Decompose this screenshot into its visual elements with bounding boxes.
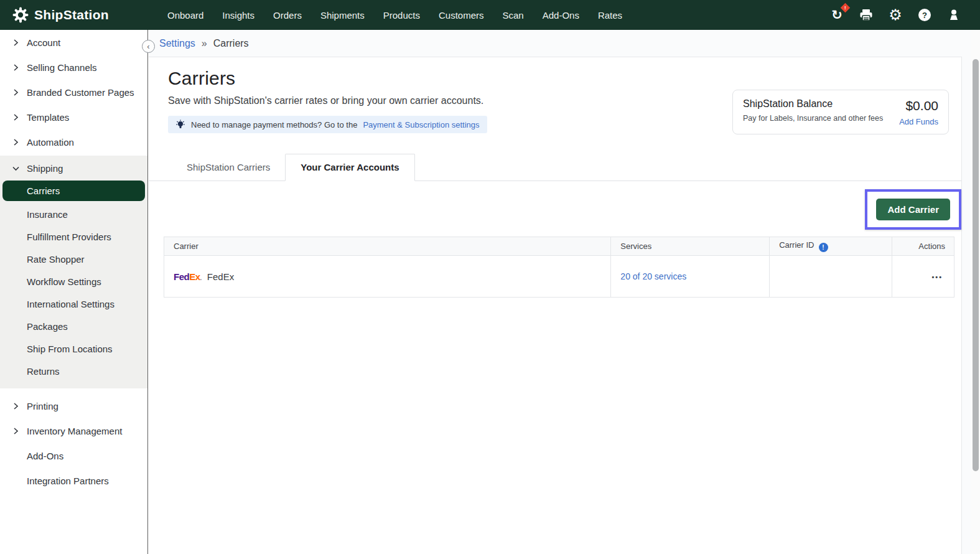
nav-item-shipments[interactable]: Shipments [319, 7, 366, 23]
tab-your-carrier-accounts[interactable]: Your Carrier Accounts [285, 154, 414, 181]
sidebar-item-fulfillment-providers[interactable]: Fulfillment Providers [0, 225, 147, 248]
sidebar-item-carriers[interactable]: Carriers [2, 181, 145, 201]
add-carrier-zone: Add Carrier [149, 181, 961, 237]
chevron-right-icon [12, 64, 19, 71]
services-link[interactable]: 20 of 20 services [620, 271, 686, 281]
nav-item-insights[interactable]: Insights [221, 7, 256, 23]
printer-icon[interactable] [859, 7, 874, 22]
shipstation-logo[interactable]: ShipStation [12, 7, 109, 23]
nav-item-customers[interactable]: Customers [437, 7, 485, 23]
sidebar-item-inventory-management[interactable]: Inventory Management [0, 418, 147, 443]
fedex-logo: FedEx. [174, 271, 202, 282]
settings-sidebar: Account Selling Channels Branded Custome… [0, 30, 148, 554]
lightbulb-icon [175, 120, 185, 129]
help-icon[interactable]: ? [917, 7, 932, 22]
add-carrier-button[interactable]: Add Carrier [876, 199, 950, 220]
sidebar-item-rate-shopper[interactable]: Rate Shopper [0, 248, 147, 270]
sidebar-item-shipping[interactable]: Shipping [0, 156, 147, 181]
nav-item-products[interactable]: Products [382, 7, 421, 23]
column-header-carrier-id: Carrier ID! [770, 237, 892, 256]
sidebar-item-workflow-settings[interactable]: Workflow Settings [0, 270, 147, 293]
highlight-box: Add Carrier [865, 189, 961, 230]
balance-title: ShipStation Balance [743, 98, 883, 110]
carrier-id-cell [770, 256, 892, 298]
vertical-scrollbar-track[interactable] [971, 30, 980, 554]
sidebar-item-returns[interactable]: Returns [0, 360, 147, 382]
sidebar-item-insurance[interactable]: Insurance [0, 203, 147, 225]
chevron-right-icon [12, 403, 19, 410]
breadcrumb-settings-link[interactable]: Settings [159, 38, 195, 49]
column-header-actions: Actions [892, 237, 954, 256]
table-row-fedex: FedEx. FedEx 20 of 20 services ••• [164, 256, 954, 298]
top-navigation-bar: ShipStation Onboard Insights Orders Ship… [0, 0, 980, 30]
nav-item-scan[interactable]: Scan [502, 7, 525, 23]
banner-text: Need to manage payment methods? Go to th… [191, 120, 357, 129]
topnav-icon-group: ↻ ! ⚙ ? [829, 7, 961, 22]
balance-amount: $0.00 [899, 98, 938, 113]
chevron-right-icon [12, 114, 19, 121]
tab-shipstation-carriers[interactable]: ShipStation Carriers [172, 154, 285, 181]
sidebar-item-account[interactable]: Account [0, 30, 147, 55]
sidebar-item-international-settings[interactable]: International Settings [0, 293, 147, 315]
chevron-right-icon [12, 39, 19, 46]
column-header-carrier: Carrier [164, 237, 611, 256]
column-header-services: Services [611, 237, 770, 256]
sidebar-item-integration-partners[interactable]: Integration Partners [0, 468, 147, 493]
primary-nav: Onboard Insights Orders Shipments Produc… [166, 7, 623, 23]
settings-gear-icon[interactable]: ⚙ [888, 7, 903, 22]
sidebar-item-printing[interactable]: Printing [0, 393, 147, 418]
account-user-icon[interactable] [946, 7, 961, 22]
sidebar-item-add-ons[interactable]: Add-Ons [0, 443, 147, 468]
shipstation-gear-logo-icon [12, 7, 29, 23]
page-title: Carriers [168, 68, 961, 89]
chevron-right-icon [12, 139, 19, 146]
vertical-scrollbar-thumb[interactable] [973, 59, 979, 471]
nav-item-onboard[interactable]: Onboard [166, 7, 205, 23]
row-actions-menu-icon[interactable]: ••• [931, 273, 943, 281]
refresh-icon[interactable]: ↻ ! [829, 7, 844, 22]
sidebar-collapse-button[interactable]: ‹ [142, 40, 155, 53]
table-header-row: Carrier Services Carrier ID! Actions [164, 237, 954, 256]
sidebar-item-ship-from-locations[interactable]: Ship From Locations [0, 337, 147, 360]
payment-info-banner: Need to manage payment methods? Go to th… [168, 116, 487, 133]
main-area: Settings » Carriers Carriers Save with S… [149, 30, 980, 554]
chevron-right-icon [12, 89, 19, 96]
carrier-name: FedEx [207, 271, 234, 282]
nav-item-rates[interactable]: Rates [597, 7, 623, 23]
content-panel: Carriers Save with ShipStation's carrier… [149, 57, 962, 554]
balance-description: Pay for Labels, Insurance and other fees [743, 114, 883, 123]
sidebar-item-templates[interactable]: Templates [0, 105, 147, 129]
carrier-tabs: ShipStation Carriers Your Carrier Accoun… [149, 154, 961, 181]
chevron-down-icon [12, 165, 19, 172]
carrier-accounts-table: Carrier Services Carrier ID! Actions Fed… [164, 237, 954, 298]
nav-item-add-ons[interactable]: Add-Ons [541, 7, 581, 23]
breadcrumb: Settings » Carriers [149, 30, 980, 57]
sidebar-item-packages[interactable]: Packages [0, 315, 147, 337]
chevron-right-icon [12, 428, 19, 434]
payment-subscription-settings-link[interactable]: Payment & Subscription settings [363, 120, 479, 129]
sidebar-shipping-group: Shipping Carriers Insurance Fulfillment … [0, 156, 147, 388]
shipstation-balance-card: ShipStation Balance Pay for Labels, Insu… [732, 90, 949, 134]
brand-name: ShipStation [34, 7, 109, 22]
sidebar-item-selling-channels[interactable]: Selling Channels [0, 55, 147, 80]
info-icon[interactable]: ! [819, 243, 828, 252]
nav-item-orders[interactable]: Orders [272, 7, 303, 23]
breadcrumb-current: Carriers [213, 38, 249, 49]
sidebar-item-automation[interactable]: Automation [0, 129, 147, 154]
sidebar-item-branded-customer-pages[interactable]: Branded Customer Pages [0, 80, 147, 105]
add-funds-link[interactable]: Add Funds [899, 117, 938, 126]
breadcrumb-separator: » [202, 38, 207, 49]
